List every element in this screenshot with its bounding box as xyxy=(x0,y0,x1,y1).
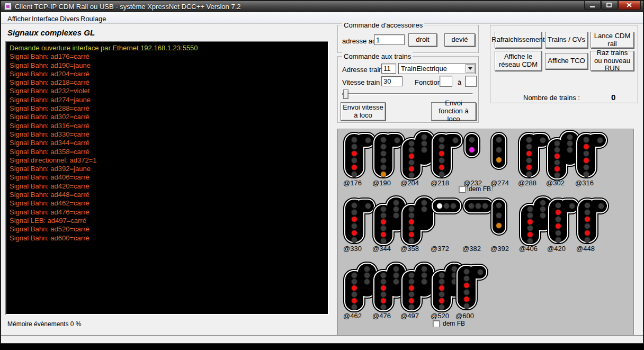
console-line: Signal Bahn: ad600=carré xyxy=(10,234,325,243)
title-bar: Client TCP-IP CDM Rail ou USB - système … xyxy=(1,1,643,12)
console-line: Signal Bahn: ad190=jaune xyxy=(10,61,325,70)
control-panel: Rafraichissement Trains / CVs Lance CDM … xyxy=(490,25,638,103)
accessory-group: Commande d'accessoires adresse acc droit… xyxy=(337,25,479,53)
train-select[interactable]: TrainElectrique xyxy=(398,63,476,74)
signal-330[interactable] xyxy=(345,199,374,243)
dem-fb-row3: dem FB xyxy=(433,320,466,327)
straight-button[interactable]: droit xyxy=(408,33,437,47)
signal-497[interactable] xyxy=(402,263,434,311)
console-line: Signal Bahn: ad176=carré xyxy=(10,52,325,61)
page-title: Signaux complexes GL xyxy=(7,28,95,37)
speed-slider-thumb[interactable] xyxy=(343,89,348,99)
signal-address-label: @476 xyxy=(372,312,404,320)
send-function-button[interactable]: Envoi fonction à loco xyxy=(431,102,476,121)
signal-204[interactable] xyxy=(402,131,434,179)
signal-372[interactable] xyxy=(432,199,461,213)
dem-fb-checkbox[interactable] xyxy=(433,320,440,327)
signal-392[interactable] xyxy=(492,199,506,234)
trains-cvs-button[interactable]: Trains / CVs xyxy=(545,32,588,48)
signal-address-label: @600 xyxy=(455,312,487,320)
maximize-button[interactable] xyxy=(601,1,618,10)
signal-address-label: @406 xyxy=(519,245,551,253)
speed-slider-groove xyxy=(342,93,473,95)
signal-316[interactable] xyxy=(577,133,606,177)
signal-address-label: @344 xyxy=(372,245,404,253)
accessory-address-input[interactable] xyxy=(374,34,405,45)
signal-288[interactable] xyxy=(520,133,549,177)
signal-address-label: @420 xyxy=(547,245,579,253)
signal-address-label: @358 xyxy=(400,245,432,253)
console-line: Signal Bahn: ad420=carré xyxy=(10,182,325,191)
signal-274[interactable] xyxy=(492,133,506,168)
train-group: Commande aux trains Adresse train : Trai… xyxy=(337,56,479,123)
console-line: Signal Bahn: ad358=carré xyxy=(10,148,325,156)
signal-358[interactable] xyxy=(402,197,434,245)
signal-address-label: @204 xyxy=(400,179,432,187)
diverted-button[interactable]: devié xyxy=(444,33,475,47)
signal-address-label: @330 xyxy=(343,245,375,253)
show-tco-button[interactable]: Affiche TCO xyxy=(545,53,588,69)
app-icon xyxy=(4,3,12,10)
signal-382[interactable] xyxy=(464,199,493,213)
signal-address-label: @392 xyxy=(490,245,522,253)
signal-address-label: @274 xyxy=(490,179,522,187)
launch-cdm-button[interactable]: Lance CDM rail xyxy=(591,32,634,48)
console-line: Signal Bahn: ad476=carré xyxy=(10,208,325,217)
signal-218[interactable] xyxy=(432,133,462,177)
console-line: Signal Bahn: ad204=carré xyxy=(10,70,325,78)
train-group-title: Commande aux trains xyxy=(342,52,413,60)
dem-fb-label: dem FB xyxy=(442,320,466,327)
signal-board: dem FB dem FB @176@190@204@218@232@274@2… xyxy=(337,129,634,336)
signal-600[interactable] xyxy=(457,265,487,309)
speed-slider[interactable] xyxy=(342,89,473,99)
console-line: Signal Bahn: ad288=carré xyxy=(10,104,325,113)
signal-address-label: @176 xyxy=(343,179,375,187)
console-line: Signal Bahn: ad344=carré xyxy=(10,139,325,147)
speed-input[interactable] xyxy=(381,76,402,86)
console-line: Signal LEB: ad497=carré xyxy=(10,217,325,225)
signal-420[interactable] xyxy=(549,199,578,243)
menu-roulage[interactable]: Roulage xyxy=(78,14,108,24)
window-bottom-divider xyxy=(1,335,643,336)
refresh-button[interactable]: Rafraichissement xyxy=(495,32,542,48)
to-label: à xyxy=(458,78,461,86)
train-count-value: 0 xyxy=(611,93,615,102)
console-line: Signal Bahn: ad218=carré xyxy=(10,78,325,87)
window-controls xyxy=(584,1,641,10)
function-to-input[interactable] xyxy=(465,76,477,87)
menu-afficher[interactable]: Afficher xyxy=(5,14,33,24)
console-line: Signal Bahn: ad302=carré xyxy=(10,113,325,121)
raz-trains-button[interactable]: Raz trains ou nouveau RUN xyxy=(591,51,634,71)
console-log: Demande ouverture interface par Ethernet… xyxy=(5,41,329,315)
train-address-input[interactable] xyxy=(381,64,396,74)
signal-190[interactable] xyxy=(374,133,404,177)
signal-176[interactable] xyxy=(345,133,374,177)
console-line: Signal directionnel: ad372=1 xyxy=(10,156,325,165)
chevron-down-icon[interactable] xyxy=(466,64,475,73)
memory-status: Mémoire évènements 0 % xyxy=(7,320,81,328)
app-window: Client TCP-IP CDM Rail ou USB - système … xyxy=(1,1,643,343)
signal-448[interactable] xyxy=(578,199,607,243)
signal-address-label: @288 xyxy=(518,179,550,187)
send-speed-button[interactable]: Envoi vitesse à loco xyxy=(341,102,386,121)
signal-462[interactable] xyxy=(345,263,377,311)
signal-address-label: @218 xyxy=(431,179,462,187)
close-button[interactable] xyxy=(618,1,641,10)
signal-address-label: @190 xyxy=(372,179,404,187)
signal-address-label: @302 xyxy=(546,179,578,187)
show-network-button[interactable]: Affiche le réseau CDM xyxy=(495,51,542,71)
console-line: Signal Bahn: ad406=carré xyxy=(10,173,325,182)
signal-address-label: @462 xyxy=(343,312,375,320)
signal-302[interactable] xyxy=(548,131,579,179)
function-label: Fonction: xyxy=(415,78,443,86)
window-title: Client TCP-IP CDM Rail ou USB - système … xyxy=(15,3,241,11)
signal-address-label: @372 xyxy=(431,245,462,253)
function-from-input[interactable] xyxy=(440,76,452,87)
console-line: Signal Bahn: ad462=carré xyxy=(10,199,325,208)
signal-address-label: @448 xyxy=(576,245,608,253)
menu-interface[interactable]: Interface xyxy=(30,14,61,24)
signal-232[interactable] xyxy=(465,133,479,157)
console-line: Signal Bahn: ad330=carré xyxy=(10,130,325,139)
console-line: Signal Bahn: ad274=jaune xyxy=(10,96,325,104)
minimize-button[interactable] xyxy=(584,1,601,10)
